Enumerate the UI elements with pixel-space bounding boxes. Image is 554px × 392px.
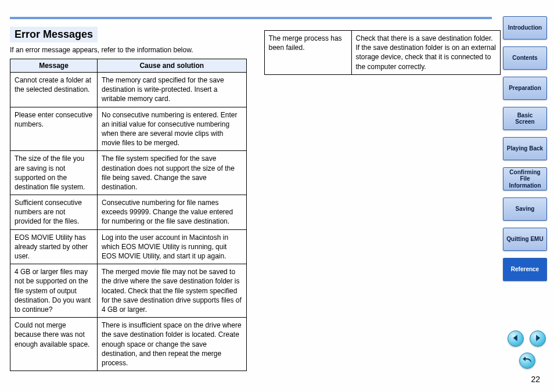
- cell-message: Sufficient consecutive numbers are not p…: [10, 195, 98, 230]
- cell-cause: The merged movie file may not be saved t…: [98, 264, 247, 318]
- nav-button-quitting-emu[interactable]: Quitting EMU: [503, 228, 547, 251]
- cell-message: EOS MOVIE Utility has already started by…: [10, 229, 98, 264]
- table-row: EOS MOVIE Utility has already started by…: [10, 229, 247, 264]
- cell-message: The size of the file you are saving is n…: [10, 151, 98, 195]
- cell-message: Please enter consecutive numbers.: [10, 107, 98, 151]
- cell-cause: The memory card specified for the save d…: [98, 73, 247, 107]
- nav-button-introduction[interactable]: Introduction: [503, 16, 547, 39]
- nav-button-contents[interactable]: Contents: [503, 46, 547, 70]
- cell-cause: Check that there is a save destination f…: [351, 31, 501, 75]
- col-header-message: Message: [10, 59, 98, 73]
- cell-cause: Consecutive numbering for file names exc…: [98, 195, 247, 230]
- table-row: Sufficient consecutive numbers are not p…: [10, 195, 247, 230]
- prev-page-button[interactable]: [508, 330, 524, 347]
- cell-message: 4 GB or larger files may not be supporte…: [10, 264, 98, 318]
- nav-button-basic-screen[interactable]: BasicScreen: [503, 107, 547, 130]
- table-row: Could not merge because there was not en…: [10, 318, 247, 371]
- arrow-right-icon: [534, 334, 542, 344]
- table-row: Please enter consecutive numbers.No cons…: [10, 107, 247, 151]
- cell-message: Could not merge because there was not en…: [10, 318, 98, 371]
- cell-cause: Log into the user account in Macintosh i…: [98, 229, 247, 264]
- next-page-button[interactable]: [530, 330, 546, 347]
- table-row: 4 GB or larger files may not be supporte…: [10, 264, 247, 318]
- nav-button-preparation[interactable]: Preparation: [503, 77, 547, 100]
- cell-message: The merge process has been failed.: [264, 31, 351, 75]
- return-icon: [523, 356, 532, 366]
- cell-cause: No consecutive numbering is entered. Ent…: [98, 107, 247, 151]
- left-column: Error Messages If an error message appea…: [10, 27, 247, 371]
- error-table-continued: The merge process has been failed.Check …: [264, 30, 501, 75]
- cell-cause: The file system specified for the save d…: [98, 151, 247, 195]
- nav-button-confirming-file-information[interactable]: Confirming FileInformation: [503, 167, 547, 190]
- nav-button-saving[interactable]: Saving: [503, 197, 547, 221]
- table-row: The merge process has been failed.Check …: [264, 31, 501, 75]
- right-column: The merge process has been failed.Check …: [264, 27, 501, 371]
- sidebar-nav: IntroductionContentsPreparationBasicScre…: [503, 16, 547, 281]
- section-title: Error Messages: [10, 27, 98, 42]
- nav-button-reference[interactable]: Reference: [503, 258, 547, 281]
- table-row: The size of the file you are saving is n…: [10, 151, 247, 195]
- cell-cause: There is insufficient space on the drive…: [98, 318, 247, 371]
- page-number: 22: [531, 375, 540, 384]
- pager: [508, 330, 546, 347]
- arrow-left-icon: [512, 334, 520, 344]
- error-table: Message Cause and solution Cannot create…: [10, 59, 247, 371]
- page-content: Error Messages If an error message appea…: [10, 27, 501, 371]
- return-button[interactable]: [519, 353, 535, 369]
- col-header-cause: Cause and solution: [98, 59, 247, 73]
- header-rule: [10, 17, 492, 19]
- nav-button-playing-back[interactable]: Playing Back: [503, 137, 547, 160]
- cell-message: Cannot create a folder at the selected d…: [10, 73, 98, 107]
- intro-text: If an error message appears, refer to th…: [10, 46, 247, 54]
- table-row: Cannot create a folder at the selected d…: [10, 73, 247, 107]
